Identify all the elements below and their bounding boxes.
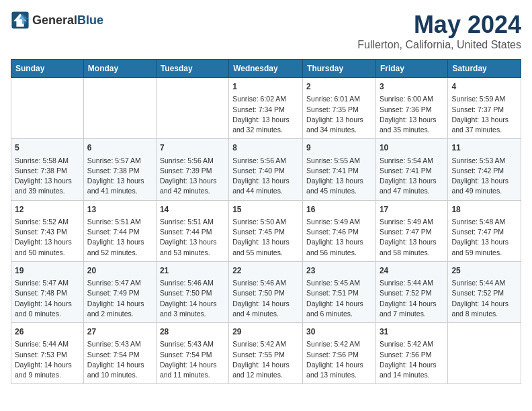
day-number: 17 (380, 204, 444, 216)
cell-content-line: Daylight: 14 hours (232, 299, 299, 309)
cell-content-line: Sunset: 7:56 PM (380, 350, 444, 360)
cell-content-line: and 42 minutes. (160, 186, 225, 196)
calendar-cell: 22Sunrise: 5:46 AMSunset: 7:50 PMDayligh… (229, 261, 303, 322)
cell-content-line: and 45 minutes. (306, 186, 372, 196)
day-number: 13 (87, 204, 152, 216)
title-block: May 2024 Fullerton, California, United S… (357, 11, 521, 51)
cell-content-line: Daylight: 13 hours (15, 237, 80, 247)
cell-content-line: Daylight: 14 hours (306, 299, 372, 309)
cell-content-line: and 13 minutes. (306, 370, 372, 380)
cell-content-line: Sunset: 7:40 PM (232, 166, 299, 176)
cell-content-line: Sunrise: 5:54 AM (380, 156, 444, 166)
cell-content-line: Sunrise: 5:49 AM (306, 217, 372, 227)
cell-content-line: Daylight: 14 hours (380, 360, 444, 370)
day-number: 26 (15, 326, 80, 338)
cell-content-line: and 9 minutes. (15, 370, 80, 380)
logo-icon (11, 11, 30, 30)
cell-content-line: Sunset: 7:55 PM (232, 350, 299, 360)
cell-content-line: and 34 minutes. (306, 125, 372, 135)
cell-content-line: and 49 minutes. (451, 186, 517, 196)
cell-content-line: Daylight: 13 hours (232, 237, 299, 247)
cell-content-line: Daylight: 13 hours (232, 176, 299, 186)
day-headers-row: SundayMondayTuesdayWednesdayThursdayFrid… (11, 60, 521, 78)
cell-content-line: Sunrise: 5:59 AM (451, 94, 517, 104)
cell-content-line: and 3 minutes. (160, 309, 225, 319)
cell-content-line: Sunset: 7:47 PM (451, 227, 517, 237)
calendar-cell: 29Sunrise: 5:42 AMSunset: 7:55 PMDayligh… (229, 323, 303, 384)
cell-content-line: Daylight: 14 hours (380, 299, 444, 309)
week-row-3: 12Sunrise: 5:52 AMSunset: 7:43 PMDayligh… (11, 200, 521, 261)
cell-content-line: Sunset: 7:43 PM (15, 227, 80, 237)
week-row-5: 26Sunrise: 5:44 AMSunset: 7:53 PMDayligh… (11, 323, 521, 384)
cell-content-line: Sunset: 7:34 PM (232, 105, 299, 115)
calendar-cell: 16Sunrise: 5:49 AMSunset: 7:46 PMDayligh… (303, 200, 376, 261)
cell-content-line: Sunrise: 5:56 AM (160, 156, 225, 166)
day-number: 16 (306, 204, 372, 216)
cell-content-line: and 11 minutes. (160, 370, 225, 380)
calendar-cell: 17Sunrise: 5:49 AMSunset: 7:47 PMDayligh… (375, 200, 447, 261)
calendar-cell: 13Sunrise: 5:51 AMSunset: 7:44 PMDayligh… (83, 200, 156, 261)
cell-content-line: and 58 minutes. (380, 248, 444, 258)
day-header-friday: Friday (375, 60, 447, 78)
cell-content-line: Sunrise: 5:43 AM (160, 339, 225, 349)
day-number: 3 (380, 81, 444, 93)
day-number: 28 (160, 326, 225, 338)
calendar-cell (11, 78, 84, 139)
calendar-cell: 1Sunrise: 6:02 AMSunset: 7:34 PMDaylight… (229, 78, 303, 139)
cell-content-line: and 59 minutes. (451, 248, 517, 258)
page-header: GeneralBlue May 2024 Fullerton, Californ… (11, 11, 521, 51)
calendar-cell: 28Sunrise: 5:43 AMSunset: 7:54 PMDayligh… (156, 323, 228, 384)
cell-content-line: Sunrise: 5:50 AM (232, 217, 299, 227)
cell-content-line: Sunrise: 5:45 AM (306, 278, 372, 288)
calendar-cell: 27Sunrise: 5:43 AMSunset: 7:54 PMDayligh… (83, 323, 156, 384)
calendar-cell: 21Sunrise: 5:46 AMSunset: 7:50 PMDayligh… (156, 261, 228, 322)
cell-content-line: Daylight: 14 hours (160, 299, 225, 309)
cell-content-line: Sunrise: 5:44 AM (380, 278, 444, 288)
cell-content-line: and 56 minutes. (306, 248, 372, 258)
cell-content-line: Sunrise: 5:43 AM (87, 339, 152, 349)
cell-content-line: and 4 minutes. (232, 309, 299, 319)
cell-content-line: and 52 minutes. (87, 248, 152, 258)
cell-content-line: Sunrise: 5:52 AM (15, 217, 80, 227)
calendar-cell: 25Sunrise: 5:44 AMSunset: 7:52 PMDayligh… (448, 261, 521, 322)
cell-content-line: Sunset: 7:41 PM (306, 166, 372, 176)
cell-content-line: Daylight: 13 hours (232, 115, 299, 125)
cell-content-line: Daylight: 13 hours (306, 237, 372, 247)
cell-content-line: and 53 minutes. (160, 248, 225, 258)
day-number: 1 (232, 81, 299, 93)
cell-content-line: Daylight: 14 hours (15, 299, 80, 309)
day-number: 8 (232, 142, 299, 154)
cell-content-line: Sunrise: 5:56 AM (232, 156, 299, 166)
cell-content-line: Sunset: 7:49 PM (87, 288, 152, 298)
cell-content-line: Sunrise: 5:42 AM (380, 339, 444, 349)
cell-content-line: and 55 minutes. (232, 248, 299, 258)
cell-content-line: and 35 minutes. (380, 125, 444, 135)
cell-content-line: and 8 minutes. (451, 309, 517, 319)
day-number: 5 (15, 142, 80, 154)
cell-content-line: Sunset: 7:46 PM (306, 227, 372, 237)
calendar-cell: 5Sunrise: 5:58 AMSunset: 7:38 PMDaylight… (11, 139, 84, 200)
day-number: 21 (160, 265, 225, 277)
cell-content-line: Sunset: 7:53 PM (15, 350, 80, 360)
day-number: 15 (232, 204, 299, 216)
cell-content-line: Daylight: 13 hours (306, 176, 372, 186)
calendar-cell: 7Sunrise: 5:56 AMSunset: 7:39 PMDaylight… (156, 139, 228, 200)
day-number: 27 (87, 326, 152, 338)
location-title: Fullerton, California, United States (357, 39, 521, 51)
logo-text: GeneralBlue (32, 13, 103, 28)
calendar-cell: 23Sunrise: 5:45 AMSunset: 7:51 PMDayligh… (303, 261, 376, 322)
week-row-2: 5Sunrise: 5:58 AMSunset: 7:38 PMDaylight… (11, 139, 521, 200)
cell-content-line: and 12 minutes. (232, 370, 299, 380)
cell-content-line: Daylight: 14 hours (232, 360, 299, 370)
calendar-table: SundayMondayTuesdayWednesdayThursdayFrid… (11, 59, 521, 384)
day-number: 6 (87, 142, 152, 154)
calendar-cell: 2Sunrise: 6:01 AMSunset: 7:35 PMDaylight… (303, 78, 376, 139)
day-number: 7 (160, 142, 225, 154)
day-number: 24 (380, 265, 444, 277)
cell-content-line: Daylight: 13 hours (451, 115, 517, 125)
month-title: May 2024 (357, 11, 521, 39)
day-number: 31 (380, 326, 444, 338)
cell-content-line: Daylight: 14 hours (87, 299, 152, 309)
day-number: 20 (87, 265, 152, 277)
calendar-cell: 6Sunrise: 5:57 AMSunset: 7:38 PMDaylight… (83, 139, 156, 200)
